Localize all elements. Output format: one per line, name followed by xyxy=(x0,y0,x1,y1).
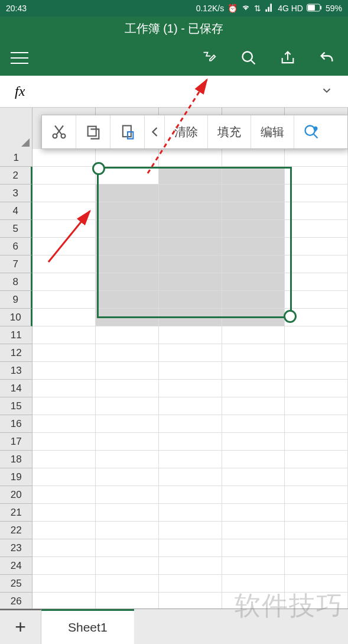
cell[interactable] xyxy=(285,486,348,504)
cell[interactable] xyxy=(32,451,96,468)
cell[interactable] xyxy=(222,557,285,575)
cell[interactable] xyxy=(159,344,222,362)
cell[interactable] xyxy=(96,433,159,451)
cell[interactable] xyxy=(285,255,348,273)
cell[interactable] xyxy=(96,451,159,468)
cell[interactable] xyxy=(285,238,348,255)
cell[interactable] xyxy=(32,273,96,291)
cell[interactable] xyxy=(32,468,96,486)
cell[interactable] xyxy=(32,415,96,433)
cell[interactable] xyxy=(222,451,285,468)
cell[interactable] xyxy=(96,309,159,326)
cell[interactable] xyxy=(159,522,222,539)
cell[interactable] xyxy=(285,415,348,433)
cell[interactable] xyxy=(222,486,285,504)
cell[interactable] xyxy=(159,557,222,575)
cell[interactable] xyxy=(159,362,222,380)
row-head[interactable]: 5 xyxy=(0,220,32,238)
formula-bar[interactable]: fx xyxy=(0,76,348,108)
row-head[interactable]: 8 xyxy=(0,273,32,291)
cell[interactable] xyxy=(32,397,96,415)
row-head[interactable]: 13 xyxy=(0,362,32,380)
undo-button[interactable] xyxy=(316,47,337,69)
row-head[interactable]: 18 xyxy=(0,451,32,468)
cell[interactable] xyxy=(285,504,348,522)
cell[interactable] xyxy=(96,486,159,504)
cell[interactable] xyxy=(159,504,222,522)
cell[interactable] xyxy=(159,220,222,238)
cell[interactable] xyxy=(32,185,96,202)
share-button[interactable] xyxy=(277,47,298,69)
cell[interactable] xyxy=(285,433,348,451)
cell[interactable] xyxy=(159,309,222,326)
row-head[interactable]: 22 xyxy=(0,522,32,539)
fill-button[interactable]: 填充 xyxy=(208,115,251,148)
clear-button[interactable]: 清除 xyxy=(165,115,208,148)
cell[interactable] xyxy=(32,255,96,273)
cell[interactable] xyxy=(96,326,159,344)
cell[interactable] xyxy=(222,238,285,255)
cell[interactable] xyxy=(159,451,222,468)
cell[interactable] xyxy=(222,575,285,593)
cell[interactable] xyxy=(159,238,222,255)
row-head[interactable]: 10 xyxy=(0,309,32,326)
cell[interactable] xyxy=(222,344,285,362)
row-head[interactable]: 25 xyxy=(0,575,32,593)
cell[interactable] xyxy=(32,202,96,220)
cell[interactable] xyxy=(222,593,285,609)
row-head[interactable]: 4 xyxy=(0,202,32,220)
row-head[interactable]: 15 xyxy=(0,397,32,415)
row-head[interactable]: 16 xyxy=(0,415,32,433)
cell[interactable] xyxy=(96,504,159,522)
cell[interactable] xyxy=(222,380,285,397)
cell[interactable] xyxy=(32,593,96,609)
cell[interactable] xyxy=(285,451,348,468)
cell[interactable] xyxy=(32,486,96,504)
cell[interactable] xyxy=(222,468,285,486)
row-head[interactable]: 23 xyxy=(0,539,32,557)
edit-mode-button[interactable] xyxy=(199,47,220,69)
cell[interactable] xyxy=(32,557,96,575)
row-head[interactable]: 7 xyxy=(0,255,32,273)
cell[interactable] xyxy=(285,326,348,344)
cell[interactable] xyxy=(32,220,96,238)
cell[interactable] xyxy=(222,397,285,415)
row-head[interactable]: 24 xyxy=(0,557,32,575)
cell[interactable] xyxy=(285,185,348,202)
cell[interactable] xyxy=(32,539,96,557)
row-head[interactable]: 17 xyxy=(0,433,32,451)
cell[interactable] xyxy=(159,273,222,291)
cell[interactable] xyxy=(222,291,285,309)
menu-button[interactable] xyxy=(11,52,28,64)
cell[interactable] xyxy=(222,273,285,291)
cell[interactable] xyxy=(285,380,348,397)
cell[interactable] xyxy=(96,468,159,486)
cell[interactable] xyxy=(96,415,159,433)
cell[interactable] xyxy=(159,397,222,415)
cell[interactable] xyxy=(159,291,222,309)
cell[interactable] xyxy=(285,593,348,609)
cell[interactable] xyxy=(222,255,285,273)
cell[interactable] xyxy=(159,575,222,593)
cell[interactable] xyxy=(159,167,222,185)
cell[interactable] xyxy=(159,539,222,557)
cell[interactable] xyxy=(285,291,348,309)
cell[interactable] xyxy=(222,539,285,557)
row-head[interactable]: 3 xyxy=(0,185,32,202)
cell[interactable] xyxy=(96,238,159,255)
cell[interactable] xyxy=(96,522,159,539)
chevron-down-icon[interactable] xyxy=(320,84,333,99)
add-sheet-button[interactable]: + xyxy=(0,609,41,644)
cell[interactable] xyxy=(222,167,285,185)
cell[interactable] xyxy=(96,167,159,185)
cell[interactable] xyxy=(222,522,285,539)
cell[interactable] xyxy=(32,238,96,255)
cell[interactable] xyxy=(96,255,159,273)
cell[interactable] xyxy=(96,539,159,557)
cell[interactable] xyxy=(32,380,96,397)
cell[interactable] xyxy=(222,415,285,433)
cell[interactable] xyxy=(159,433,222,451)
row-head[interactable]: 20 xyxy=(0,486,32,504)
cell[interactable] xyxy=(159,486,222,504)
cell[interactable] xyxy=(32,504,96,522)
